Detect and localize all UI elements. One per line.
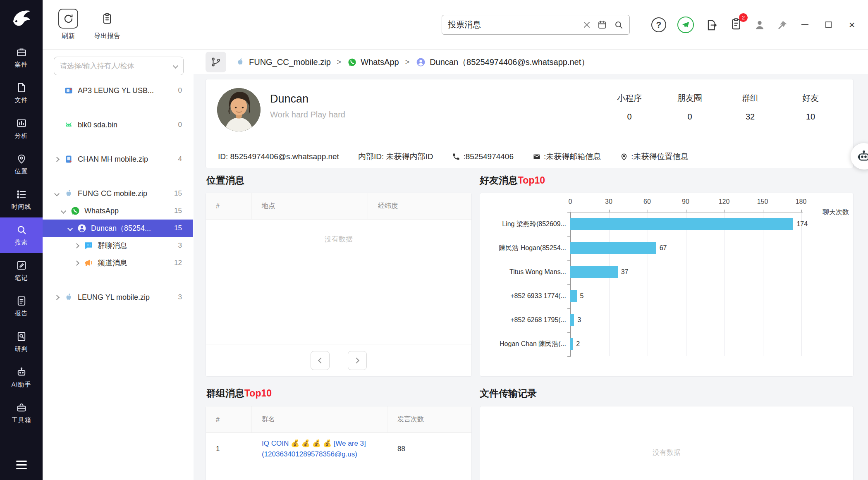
contact-icon <box>416 57 426 67</box>
tree-item-count: 15 <box>174 224 182 232</box>
calendar-icon[interactable] <box>597 20 607 30</box>
group-table-header: # 群名 发言次数 <box>206 406 471 433</box>
chart-tick-label: 90 <box>682 198 689 205</box>
chevron-right-icon[interactable] <box>54 157 60 162</box>
branch-view-button[interactable] <box>206 52 226 72</box>
friends-top10-chart-card: 0306090120150180 聊天次数 Ling 梁燕玲(852609...… <box>480 193 854 377</box>
chart-tick-label: 30 <box>605 198 612 205</box>
breadcrumb-evidence[interactable]: FUNG_CC_mobile.zip <box>235 57 331 67</box>
case-icon <box>16 46 27 58</box>
sidebar-item-timeline[interactable]: 时间线 <box>0 182 43 217</box>
sidebar-item-case[interactable]: 案件 <box>0 40 43 75</box>
bar <box>570 242 656 254</box>
apple-icon <box>64 292 74 302</box>
profile-divider <box>206 142 853 142</box>
tree-item-duncan-contact[interactable]: Duncan（85254... 15 <box>43 220 193 237</box>
holder-filter-select[interactable]: 请选择/输入持有人/检体 <box>54 57 184 75</box>
contact-location: :未获得位置信息 <box>620 151 688 162</box>
tree-item-ap3-usb[interactable]: AP3 LEUNG YL USB... 0 <box>43 82 193 99</box>
sidebar-menu-toggle[interactable] <box>16 461 27 469</box>
telegram-icon[interactable] <box>677 17 694 33</box>
sidebar-item-label: 分析 <box>15 132 28 140</box>
report-icon <box>16 295 27 307</box>
location-table-header: # 地点 经纬度 <box>206 193 471 220</box>
close-button[interactable]: × <box>846 19 858 31</box>
minimize-button[interactable] <box>799 19 811 31</box>
chevron-right-icon[interactable] <box>54 295 60 300</box>
clear-search-icon[interactable] <box>583 21 591 29</box>
file-transfer-card: 没有数据 <box>480 406 854 480</box>
refresh-button[interactable]: 刷新 <box>58 9 78 41</box>
sidebar-item-label: 时间线 <box>12 203 31 211</box>
search-input[interactable] <box>448 20 576 29</box>
sidebar-item-research[interactable]: 研判 <box>0 324 43 360</box>
phone-icon <box>452 153 460 161</box>
sidebar-item-ai-assistant[interactable]: AI助手 <box>0 360 43 395</box>
mobile-device-icon <box>64 154 74 164</box>
tree-item-whatsapp[interactable]: WhatsApp 15 <box>43 202 193 220</box>
chevron-right-icon[interactable] <box>74 243 79 248</box>
help-icon[interactable]: ? <box>651 17 666 32</box>
search-submit-icon[interactable] <box>614 20 624 30</box>
empty-state-text: 没有数据 <box>480 448 853 457</box>
chevron-down-icon[interactable] <box>61 208 66 214</box>
sidebar-item-files[interactable]: 文件 <box>0 75 43 111</box>
tree-item-blk0-sda[interactable]: blk0 sda.bin 0 <box>43 116 193 134</box>
group-table-row[interactable]: 1 IQ COIN 💰 💰 💰 💰 [We are 3] (1203634012… <box>206 433 471 465</box>
empty-state-text: 没有数据 <box>206 234 471 244</box>
tree-item-fung-cc-mobile[interactable]: FUNG CC mobile.zip 15 <box>43 185 193 202</box>
apple-icon <box>64 189 74 198</box>
sidebar-item-location[interactable]: 位置 <box>0 146 43 182</box>
breadcrumb-contact[interactable]: Duncan（85254974406@s.whatsapp.net） <box>416 57 589 68</box>
sidebar-nav: 案件 文件 分析 位置 <box>0 40 43 431</box>
tree-item-channel-messages[interactable]: 频道消息 12 <box>43 254 193 272</box>
tree-item-group-chat-messages[interactable]: 群聊消息 3 <box>43 237 193 254</box>
chart-bar-row: +852 6933 1774(... 5 <box>480 284 853 308</box>
group-name-link[interactable]: IQ COIN 💰 💰 💰 💰 [We are 3] (120363401289… <box>252 438 387 459</box>
chevron-down-icon[interactable] <box>54 191 60 196</box>
breadcrumb-whatsapp[interactable]: WhatsApp <box>347 57 399 67</box>
column-header: # <box>206 193 252 219</box>
contact-icon <box>77 223 87 233</box>
sidebar-item-analysis[interactable]: 分析 <box>0 111 43 146</box>
tree-item-leung-yl-mobile[interactable]: LEUNG YL mobile.zip 3 <box>43 289 193 306</box>
group-message-count: 88 <box>387 445 471 453</box>
report-queue-icon[interactable]: 2 <box>729 17 743 32</box>
chevron-right-icon[interactable] <box>74 260 79 266</box>
toolbar-right-icons: ? 2 <box>651 17 858 33</box>
bar-category-label: Ling 梁燕玲(852609... <box>480 220 570 229</box>
timeline-icon <box>16 189 27 200</box>
chart-tick-label: 0 <box>569 198 572 205</box>
bar <box>570 314 574 326</box>
mail-icon <box>533 153 541 161</box>
sidebar-item-search[interactable]: 搜索 <box>0 217 43 253</box>
pin-window-icon[interactable] <box>777 19 787 30</box>
sidebar-item-notes[interactable]: 笔记 <box>0 253 43 289</box>
chevron-down-icon <box>173 63 178 69</box>
group-rank: 1 <box>206 445 252 453</box>
tree-item-chan-mh-mobile[interactable]: CHAN MH mobile.zip 4 <box>43 150 193 168</box>
holder-filter-placeholder: 请选择/输入持有人/检体 <box>60 61 170 71</box>
close-icon: × <box>849 19 855 30</box>
sidebar-item-label: 搜索 <box>15 239 28 246</box>
tree-item-count: 4 <box>178 155 182 163</box>
contact-signature: Work hard Play hard <box>270 110 345 119</box>
export-file-icon[interactable] <box>705 18 718 31</box>
sidebar-item-report[interactable]: 报告 <box>0 289 43 324</box>
user-account-icon[interactable] <box>754 19 765 31</box>
tree-item-count: 15 <box>174 207 182 215</box>
maximize-button[interactable] <box>822 19 835 31</box>
sidebar-item-toolbox[interactable]: 工具箱 <box>0 395 43 431</box>
export-report-button[interactable]: 导出报告 <box>94 9 120 41</box>
chevron-down-icon[interactable] <box>67 226 73 231</box>
next-page-button[interactable] <box>348 351 367 370</box>
groups-section-title: 群组消息Top10 <box>206 387 272 400</box>
prev-page-button[interactable] <box>311 351 330 370</box>
chart-tick-label: 180 <box>796 198 807 205</box>
chart-bar-row: Titus Wong Mans... 37 <box>480 260 853 284</box>
refresh-label: 刷新 <box>62 32 75 41</box>
app-logo-icon[interactable] <box>9 6 34 31</box>
tree-item-count: 12 <box>174 259 182 267</box>
sidebar-item-label: 报告 <box>15 310 28 318</box>
chart-tick-label: 150 <box>757 198 768 205</box>
